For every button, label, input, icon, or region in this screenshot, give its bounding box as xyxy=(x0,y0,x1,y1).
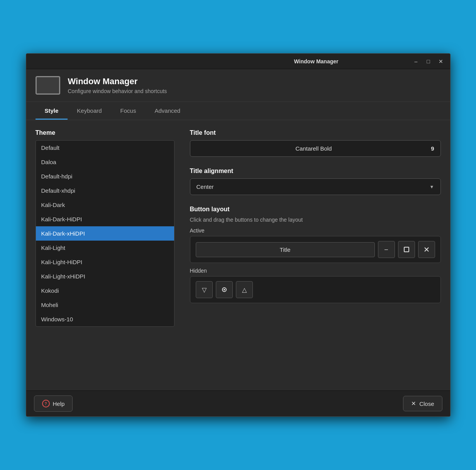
window-controls: – □ ✕ xyxy=(412,57,446,66)
tab-style[interactable]: Style xyxy=(36,102,68,120)
close-layout-btn[interactable] xyxy=(418,241,435,258)
app-icon xyxy=(36,76,60,95)
close-button[interactable]: ✕ Close xyxy=(403,396,442,411)
hidden-label: Hidden xyxy=(190,268,441,274)
title-drag-handle[interactable]: Title xyxy=(196,242,375,257)
theme-item-moheli[interactable]: Moheli xyxy=(36,298,174,312)
theme-item-defaulthdpi[interactable]: Default-hdpi xyxy=(36,169,174,183)
theme-item-defaultxhdpi[interactable]: Default-xhdpi xyxy=(36,183,174,198)
alignment-value: Center xyxy=(196,183,214,190)
font-name: Cantarell Bold xyxy=(196,145,431,152)
button-layout-label: Button layout xyxy=(190,206,441,213)
help-icon: ? xyxy=(42,400,50,407)
footer: ? Help ✕ Close xyxy=(26,390,450,416)
title-alignment-label: Title alignment xyxy=(190,168,441,175)
window: Window Manager – □ ✕ Window Manager Conf… xyxy=(26,53,451,417)
title-font-label: Title font xyxy=(190,129,441,136)
font-picker-button[interactable]: Cantarell Bold 9 xyxy=(190,140,441,157)
alignment-dropdown[interactable]: Center ▼ xyxy=(190,178,441,195)
help-label: Help xyxy=(53,400,65,407)
above-layout-btn[interactable]: △ xyxy=(236,281,253,298)
tabs-bar: Style Keyboard Focus Advanced xyxy=(26,102,450,120)
maximize-layout-btn[interactable] xyxy=(398,241,415,258)
app-subtitle: Configure window behavior and shortcuts xyxy=(68,88,167,94)
chevron-down-icon: ▼ xyxy=(430,184,434,190)
theme-item-kalilight[interactable]: Kali-Light xyxy=(36,241,174,255)
theme-item-kalidarkxhi[interactable]: Kali-Dark-xHiDPI xyxy=(36,226,174,241)
active-label: Active xyxy=(190,227,441,234)
app-header: Window Manager Configure window behavior… xyxy=(26,69,450,102)
theme-item-windows10[interactable]: Windows-10 xyxy=(36,312,174,326)
maximize-button[interactable]: □ xyxy=(424,57,433,66)
theme-item-kalilighthi[interactable]: Kali-Light-HiDPI xyxy=(36,255,174,269)
settings-section: Title font Cantarell Bold 9 Title alignm… xyxy=(190,129,441,381)
button-layout-hint: Click and drag the buttons to change the… xyxy=(190,217,441,223)
main-content: Theme Default Daloa Default-hdpi Default… xyxy=(26,120,450,390)
theme-item-daloa[interactable]: Daloa xyxy=(36,155,174,169)
hidden-layout-box: ▽ △ xyxy=(190,276,441,303)
minimize-layout-btn[interactable]: – xyxy=(378,241,395,258)
window-title: Window Manager xyxy=(221,58,412,64)
theme-item-kokodi[interactable]: Kokodi xyxy=(36,283,174,298)
titlebar: Window Manager – □ ✕ xyxy=(26,54,450,69)
shade-layout-btn[interactable]: ▽ xyxy=(196,281,213,298)
theme-label: Theme xyxy=(36,129,174,136)
stick-layout-btn[interactable] xyxy=(216,281,233,298)
tab-focus[interactable]: Focus xyxy=(111,102,146,120)
tab-keyboard[interactable]: Keyboard xyxy=(68,102,111,120)
title-alignment-group: Title alignment Center ▼ xyxy=(190,168,441,195)
close-label: Close xyxy=(419,400,434,407)
theme-item-kalidarkhi[interactable]: Kali-Dark-HiDPI xyxy=(36,212,174,226)
app-title-block: Window Manager Configure window behavior… xyxy=(68,76,167,94)
close-x-icon: ✕ xyxy=(411,400,416,407)
svg-point-4 xyxy=(224,289,225,290)
svg-rect-0 xyxy=(404,247,409,252)
title-font-group: Title font Cantarell Bold 9 xyxy=(190,129,441,157)
theme-item-kalilightxhi[interactable]: Kali-Light-xHiDPI xyxy=(36,269,174,283)
hidden-layout-row: ▽ △ xyxy=(196,281,435,298)
minimize-button[interactable]: – xyxy=(412,57,421,66)
help-button[interactable]: ? Help xyxy=(34,395,73,412)
font-size: 9 xyxy=(431,145,434,152)
theme-section: Theme Default Daloa Default-hdpi Default… xyxy=(36,129,174,381)
button-layout-group: Button layout Click and drag the buttons… xyxy=(190,206,441,303)
theme-item-kalidark[interactable]: Kali-Dark xyxy=(36,198,174,212)
theme-item-default[interactable]: Default xyxy=(36,141,174,155)
active-layout-box: Title – xyxy=(190,236,441,263)
app-title: Window Manager xyxy=(68,76,167,87)
tab-advanced[interactable]: Advanced xyxy=(145,102,190,120)
active-layout-row: Title – xyxy=(196,241,435,258)
theme-list: Default Daloa Default-hdpi Default-xhdpi… xyxy=(36,140,174,327)
close-window-button[interactable]: ✕ xyxy=(436,57,446,66)
